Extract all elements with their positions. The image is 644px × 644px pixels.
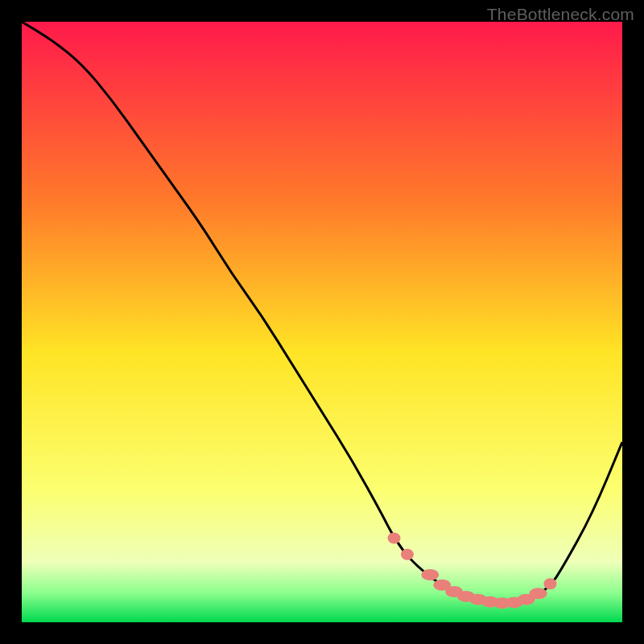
plot-area: [22, 22, 622, 622]
marker-dot: [401, 549, 414, 560]
gradient-background: [22, 22, 622, 622]
marker-dot: [530, 588, 547, 599]
marker-dot: [543, 578, 556, 589]
marker-dot: [388, 533, 401, 544]
marker-dot: [421, 569, 439, 580]
watermark-text: TheBottleneck.com: [487, 5, 634, 24]
chart-frame: TheBottleneck.com: [0, 0, 644, 644]
chart-svg: [22, 22, 622, 622]
